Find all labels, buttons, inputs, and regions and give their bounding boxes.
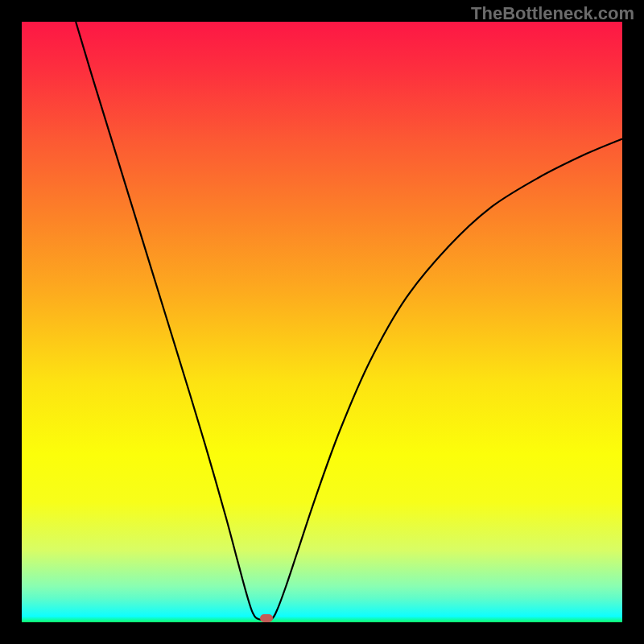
- bottleneck-curve-path: [76, 22, 622, 620]
- watermark-text: TheBottleneck.com: [471, 3, 634, 24]
- bottleneck-minimum-marker: [260, 614, 273, 622]
- chart-plot-area: [22, 22, 622, 622]
- chart-curve-svg: [22, 22, 622, 622]
